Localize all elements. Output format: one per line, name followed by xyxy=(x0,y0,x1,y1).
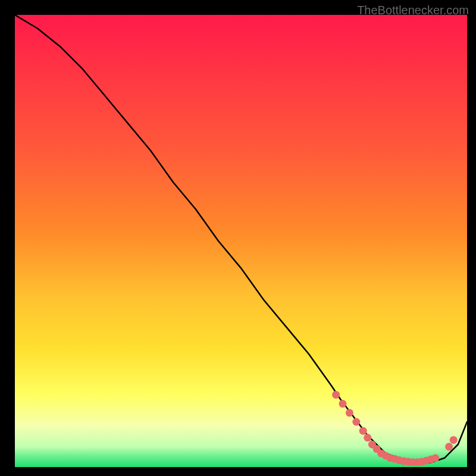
chart-container: TheBottlenecker.com xyxy=(0,0,476,476)
gradient-background xyxy=(15,15,467,467)
data-marker xyxy=(450,436,458,444)
plot-area xyxy=(15,15,467,467)
data-marker xyxy=(346,409,353,416)
chart-svg xyxy=(15,15,467,467)
data-marker xyxy=(431,454,439,462)
data-marker xyxy=(445,443,453,450)
data-marker xyxy=(359,427,367,435)
data-marker xyxy=(352,418,360,426)
data-marker xyxy=(332,391,340,399)
data-marker xyxy=(339,400,347,408)
watermark-text: TheBottlenecker.com xyxy=(357,4,469,17)
data-marker xyxy=(364,434,371,441)
